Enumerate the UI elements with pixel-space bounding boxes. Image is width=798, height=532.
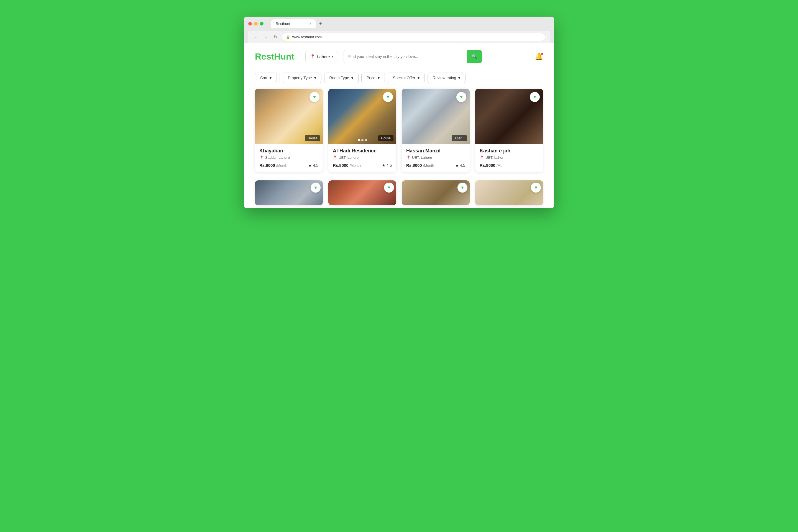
sort-label: Sort [260,76,267,80]
special-offer-label: Special Offer [393,76,415,80]
forward-button[interactable]: → [263,34,269,41]
filter-price-button[interactable]: Price ▾ [361,73,385,83]
dot-1 [358,139,360,141]
property-card-bottom-3[interactable]: ♥ [402,180,470,205]
property-location-kashan: 📍 UET, Lahor [480,155,539,159]
favorite-button-kashan[interactable]: ♥ [530,92,540,102]
property-price-kashan: Rs.8000 /Mo [480,163,502,168]
notification-badge [541,53,543,55]
favorite-button-khayaban[interactable]: ♥ [309,92,320,102]
property-card-bottom-4[interactable]: ♥ [475,180,543,205]
property-card-bottom-1[interactable]: ♥ [255,180,323,205]
property-type-chevron-icon: ▾ [314,76,316,80]
dot-2 [361,139,363,141]
filter-bar: Sort ▾ Property Type ▾ Room Type ▾ Price… [244,70,554,89]
lock-icon: 🔒 [286,35,290,39]
card-image-wrapper: ♥ [475,89,543,144]
search-button[interactable]: 🔍 [467,50,482,63]
property-rating-alhadi: ★ 4.5 [382,163,392,168]
property-type-label: Property Type [288,76,312,80]
search-icon: 🔍 [471,54,477,59]
location-pin-icon: 📍 [406,155,411,159]
maximize-window-button[interactable] [260,22,264,25]
card-body-kashan: Kashan e jah 📍 UET, Lahor Rs.8000 /Mo [475,144,543,172]
refresh-button[interactable]: ↻ [273,33,279,41]
property-card-hassan[interactable]: ♥ Apar... Hassan Manzil 📍 UET, Lahore Rs… [402,89,470,172]
property-card-alhadi[interactable]: ♥ House Al-Hadi Residence 📍 UET, Lahore [328,89,396,172]
property-name-kashan: Kashan e jah [480,148,539,154]
site-header: RestHunt 📍 Lahore ▾ 🔍 🔔 [244,43,554,70]
sort-chevron-icon: ▾ [270,76,271,80]
address-bar[interactable]: 🔒 www.resthunt.com [282,33,545,41]
tab-close-button[interactable]: × [309,22,311,26]
heart-icon: ♥ [534,185,537,190]
property-location-khayaban: 📍 Saddar, Lahore [259,155,318,159]
property-type-badge-hassan: Apar... [452,135,467,141]
browser-controls: Resthunt × + [248,19,550,28]
filter-room-type-button[interactable]: Room Type ▾ [324,73,359,83]
room-type-label: Room Type [329,76,349,80]
heart-icon: ♥ [313,94,316,99]
property-rating-hassan: ★ 4.5 [455,163,465,168]
back-button[interactable]: ← [253,34,259,41]
browser-tab[interactable]: Resthunt × [271,19,316,28]
heart-icon: ♥ [388,185,391,190]
property-location-alhadi: 📍 UET, Lahore [333,155,392,159]
card-body-khayaban: Khayaban 📍 Saddar, Lahore Rs.8000 /Month… [255,144,323,172]
property-card-khayaban[interactable]: ♥ House Khayaban 📍 Saddar, Lahore Rs.800… [255,89,323,172]
heart-icon: ♥ [461,185,464,190]
image-dots [358,139,367,141]
star-icon: ★ [455,163,459,168]
minimize-window-button[interactable] [254,22,258,25]
selected-location: Lahore [317,54,330,59]
property-type-badge-khayaban: House [305,135,320,141]
tab-title: Resthunt [276,22,290,26]
favorite-button-alhadi[interactable]: ♥ [383,92,393,102]
card-image-wrapper: ♥ House [328,89,396,144]
price-label: Price [366,76,376,80]
location-chevron-icon: ▾ [332,55,333,58]
review-rating-label: Review rating [433,76,456,80]
property-card-kashan[interactable]: ♥ Kashan e jah 📍 UET, Lahor Rs.8000 /Mo [475,89,543,172]
property-price-alhadi: Rs.8000 /Month [333,163,361,168]
property-footer-alhadi: Rs.8000 /Month ★ 4.5 [333,163,392,168]
property-grid: ♥ House Khayaban 📍 Saddar, Lahore Rs.800… [244,89,554,180]
new-tab-button[interactable]: + [317,20,324,27]
property-location-hassan: 📍 UET, Lahore [406,155,465,159]
property-rating-khayaban: ★ 4.5 [308,163,318,168]
price-chevron-icon: ▾ [378,76,380,80]
favorite-button-b4[interactable]: ♥ [531,183,541,193]
property-footer-hassan: Rs.8000 /Month ★ 4.5 [406,163,465,168]
card-image-wrapper: ♥ Apar... [402,89,470,144]
filter-review-rating-button[interactable]: Review rating ▾ [428,73,466,83]
filter-property-type-button[interactable]: Property Type ▾ [283,73,321,83]
heart-icon: ♥ [314,185,317,190]
property-price-hassan: Rs.8000 /Month [406,163,434,168]
location-pin-icon: 📍 [259,155,264,159]
filter-separator [280,73,280,83]
filter-sort-button[interactable]: Sort ▾ [255,73,277,83]
property-card-bottom-2[interactable]: ♥ [328,180,396,205]
close-window-button[interactable] [248,22,252,25]
favorite-button-b1[interactable]: ♥ [310,183,321,193]
search-input[interactable] [344,51,467,62]
location-pin-icon: 📍 [333,155,337,159]
site-content: RestHunt 📍 Lahore ▾ 🔍 🔔 Sort ▾ [244,43,554,208]
favorite-button-b3[interactable]: ♥ [457,183,468,193]
heart-icon: ♥ [533,94,536,99]
card-body-hassan: Hassan Manzil 📍 UET, Lahore Rs.8000 /Mon… [402,144,470,172]
filter-special-offer-button[interactable]: Special Offer ▾ [388,73,425,83]
heart-icon: ♥ [386,94,389,99]
location-selector[interactable]: 📍 Lahore ▾ [305,51,338,62]
notification-button[interactable]: 🔔 [535,53,543,60]
property-footer-kashan: Rs.8000 /Mo [480,163,539,168]
property-grid-bottom: ♥ ♥ ♥ ♥ [244,180,554,208]
browser-chrome: Resthunt × + ← → ↻ 🔒 www.resthunt.com [244,17,554,43]
favorite-button-b2[interactable]: ♥ [384,183,394,193]
room-type-chevron-icon: ▾ [352,76,353,80]
favorite-button-hassan[interactable]: ♥ [456,92,466,102]
site-logo[interactable]: RestHunt [255,52,294,62]
property-price-khayaban: Rs.8000 /Month [259,163,287,168]
property-name-hassan: Hassan Manzil [406,148,465,154]
card-image-wrapper: ♥ House [255,89,323,144]
